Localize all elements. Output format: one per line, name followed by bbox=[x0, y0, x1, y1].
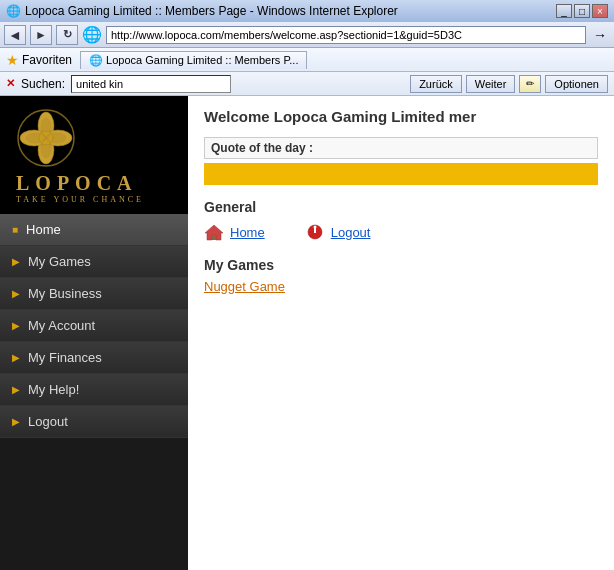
svg-point-8 bbox=[46, 133, 66, 143]
logout-link-text: Logout bbox=[331, 225, 371, 240]
logout-icon bbox=[305, 223, 325, 241]
sidebar-item-label: Logout bbox=[28, 414, 68, 429]
close-button[interactable]: × bbox=[592, 4, 608, 18]
sidebar-item-myfinances[interactable]: ▶ My Finances bbox=[0, 342, 188, 374]
general-section-title: General bbox=[204, 199, 598, 215]
address-bar: ◄ ► ↻ 🌐 → bbox=[0, 22, 614, 48]
home-link-text: Home bbox=[230, 225, 265, 240]
square-icon: ■ bbox=[12, 224, 18, 235]
star-icon: ★ bbox=[6, 52, 19, 68]
browser-logo: 🌐 bbox=[82, 25, 102, 44]
window-title: Lopoca Gaming Limited :: Members Page - … bbox=[25, 4, 398, 18]
sidebar-item-myhelp[interactable]: ▶ My Help! bbox=[0, 374, 188, 406]
tab-label: Lopoca Gaming Limited :: Members P... bbox=[106, 54, 298, 66]
quote-label: Quote of the day : bbox=[204, 137, 598, 159]
search-bar: ✕ Suchen: Zurück Weiter ✏ Optionen bbox=[0, 72, 614, 96]
logo-tagline: TAKE YOUR CHANCE bbox=[16, 195, 144, 204]
title-bar: 🌐 Lopoca Gaming Limited :: Members Page … bbox=[0, 0, 614, 22]
main-content: Welcome Lopoca Gaming Limited mer Quote … bbox=[188, 96, 614, 570]
links-row: Home Logout bbox=[204, 223, 598, 241]
sidebar-item-label: My Account bbox=[28, 318, 95, 333]
back-button[interactable]: ◄ bbox=[4, 25, 26, 45]
arrow-icon: ▶ bbox=[12, 352, 20, 363]
open-tab[interactable]: 🌐 Lopoca Gaming Limited :: Members P... bbox=[80, 51, 307, 69]
search-actions: Zurück Weiter ✏ Optionen bbox=[410, 75, 608, 93]
search-label: Suchen: bbox=[21, 77, 65, 91]
home-link[interactable]: Home bbox=[204, 223, 265, 241]
minimize-button[interactable]: _ bbox=[556, 4, 572, 18]
quote-bar bbox=[204, 163, 598, 185]
edit-search-button[interactable]: ✏ bbox=[519, 75, 541, 93]
options-button[interactable]: Optionen bbox=[545, 75, 608, 93]
svg-rect-11 bbox=[212, 235, 216, 240]
address-input[interactable] bbox=[106, 26, 586, 44]
maximize-button[interactable]: □ bbox=[574, 4, 590, 18]
page-title: Welcome Lopoca Gaming Limited mer bbox=[204, 108, 598, 125]
favorites-menu[interactable]: ★ Favoriten bbox=[6, 52, 72, 68]
sidebar-item-label: Home bbox=[26, 222, 61, 237]
svg-point-14 bbox=[313, 226, 316, 229]
home-icon bbox=[204, 223, 224, 241]
go-icon[interactable]: → bbox=[590, 25, 610, 45]
arrow-icon: ▶ bbox=[12, 320, 20, 331]
forward-button[interactable]: ► bbox=[30, 25, 52, 45]
logo-graphic bbox=[16, 108, 76, 168]
sidebar-item-label: My Games bbox=[28, 254, 91, 269]
search-close-button[interactable]: ✕ bbox=[6, 77, 15, 90]
refresh-button[interactable]: ↻ bbox=[56, 25, 78, 45]
search-input[interactable] bbox=[71, 75, 231, 93]
sidebar-item-label: My Finances bbox=[28, 350, 102, 365]
sidebar: LOPOCA TAKE YOUR CHANCE ■ Home ▶ My Game… bbox=[0, 96, 188, 570]
sidebar-item-mygames[interactable]: ▶ My Games bbox=[0, 246, 188, 278]
arrow-icon: ▶ bbox=[12, 256, 20, 267]
window-controls: _ □ × bbox=[556, 4, 608, 18]
tab-icon: 🌐 bbox=[89, 54, 106, 66]
arrow-icon: ▶ bbox=[12, 384, 20, 395]
logo-area: LOPOCA TAKE YOUR CHANCE bbox=[0, 96, 188, 214]
sidebar-item-home[interactable]: ■ Home bbox=[0, 214, 188, 246]
sidebar-item-myaccount[interactable]: ▶ My Account bbox=[0, 310, 188, 342]
forward-search-button[interactable]: Weiter bbox=[466, 75, 516, 93]
favorites-bar: ★ Favoriten 🌐 Lopoca Gaming Limited :: M… bbox=[0, 48, 614, 72]
sidebar-item-label: My Business bbox=[28, 286, 102, 301]
my-games-section-title: My Games bbox=[204, 257, 598, 273]
arrow-icon: ▶ bbox=[12, 288, 20, 299]
back-search-button[interactable]: Zurück bbox=[410, 75, 462, 93]
sidebar-item-mybusiness[interactable]: ▶ My Business bbox=[0, 278, 188, 310]
nugget-game-link[interactable]: Nugget Game bbox=[204, 279, 598, 294]
logout-link[interactable]: Logout bbox=[305, 223, 371, 241]
page-area: LOPOCA TAKE YOUR CHANCE ■ Home ▶ My Game… bbox=[0, 96, 614, 570]
favorites-label: Favoriten bbox=[22, 53, 72, 67]
sidebar-item-label: My Help! bbox=[28, 382, 79, 397]
browser-icon: 🌐 bbox=[6, 4, 21, 18]
sidebar-item-logout[interactable]: ▶ Logout bbox=[0, 406, 188, 438]
logo-name: LOPOCA bbox=[16, 172, 138, 195]
svg-point-7 bbox=[26, 133, 46, 143]
arrow-icon: ▶ bbox=[12, 416, 20, 427]
